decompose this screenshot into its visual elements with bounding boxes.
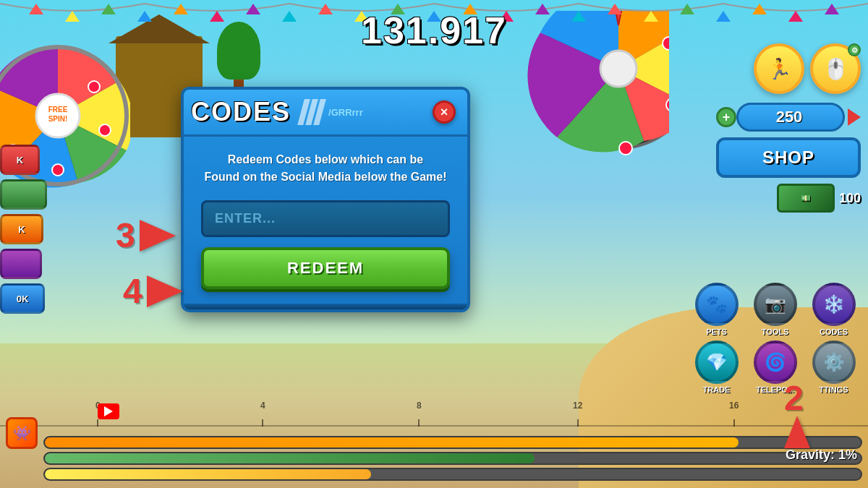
ruler-tick-4 — [262, 419, 263, 427]
progress-fill-2 — [45, 453, 535, 463]
teleport-icon-circle: 🌀 — [754, 341, 797, 384]
ruler-mark-8: 8 — [417, 401, 422, 427]
settings-label: TTINGS — [819, 385, 848, 394]
score-display: 131.917 — [361, 9, 507, 52]
arrow-4: 4 — [123, 271, 183, 311]
progress-track-2 — [43, 452, 862, 465]
svg-marker-1 — [65, 11, 80, 22]
right-panel: 🏃 🖱️ ⚙ + 250 SHOP 💵 100 — [716, 43, 861, 213]
arrow-3: 3 — [116, 215, 176, 255]
pets-icon-circle: 🐾 — [695, 283, 739, 326]
currency-arrow[interactable] — [848, 108, 861, 126]
svg-point-35 — [663, 37, 669, 50]
tools-label: TOOLS — [762, 328, 789, 336]
pets-label: PETS — [706, 328, 727, 336]
sidebar-btn-3[interactable]: K — [0, 214, 43, 244]
modal-title-area: CODES /GRRrrr — [191, 97, 363, 127]
cash-area: 💵 100 — [716, 184, 861, 213]
progress-bars — [0, 430, 868, 488]
close-button[interactable]: × — [433, 100, 456, 124]
progress-fill-1 — [45, 437, 739, 448]
trade-label: TRADE — [703, 385, 731, 394]
arrow-4-number: 4 — [123, 271, 142, 311]
ruler-tick-0 — [97, 419, 98, 427]
sidebar-btn-2[interactable] — [0, 179, 47, 210]
progress-fill-3 — [45, 469, 371, 479]
modal-header: CODES /GRRrrr × — [184, 90, 467, 137]
ruler-mark-12: 12 — [573, 401, 582, 427]
ruler-tick-8 — [418, 419, 420, 427]
settings-icon-circle: ⚙️ — [812, 341, 856, 384]
svg-marker-3 — [137, 11, 152, 22]
cursor-badge: ⚙ — [848, 43, 861, 56]
ruler: 0 4 8 12 16 — [0, 398, 868, 427]
ruler-label-16: 16 — [729, 401, 739, 411]
svg-point-27 — [52, 164, 64, 176]
run-icon-button[interactable]: 🏃 — [754, 43, 804, 94]
currency-bar: 250 — [736, 103, 845, 132]
progress-track-1 — [43, 436, 862, 449]
ruler-mark-4: 4 — [260, 401, 265, 427]
tools-button[interactable]: 📷 TOOLS — [748, 283, 802, 336]
ruler-label-4: 4 — [260, 401, 265, 411]
avatar-area: 👾 — [6, 417, 42, 453]
progress-bar-row-3 — [6, 468, 862, 481]
settings-button[interactable]: ⚙️ TTINGS — [807, 341, 861, 394]
plus-button[interactable]: + — [716, 107, 736, 127]
modal-description: Redeem Codes below which can be Found on… — [201, 151, 450, 186]
ruler-label-8: 8 — [417, 401, 422, 411]
ruler-tick-16 — [733, 419, 735, 427]
progress-bar-row-2 — [6, 452, 862, 465]
arrow-3-shape — [140, 220, 176, 252]
sidebar-btn-1[interactable]: K — [0, 145, 40, 175]
svg-marker-17 — [644, 11, 658, 22]
progress-bar-row-1 — [6, 436, 862, 449]
youtube-icon[interactable] — [98, 403, 119, 419]
shop-button[interactable]: SHOP — [716, 137, 861, 178]
codes-icon-circle: ❄️ — [812, 283, 856, 326]
svg-point-25 — [88, 81, 100, 93]
gravity-text: Gravity: 1% — [786, 448, 857, 463]
svg-marker-5 — [210, 11, 224, 22]
cursor-icon-button[interactable]: 🖱️ ⚙ — [810, 43, 861, 94]
cash-icon: 💵 — [777, 184, 835, 213]
svg-marker-21 — [788, 11, 803, 22]
code-input[interactable] — [201, 200, 450, 237]
redeem-button[interactable]: REDEEM — [201, 247, 450, 289]
modal-footer — [184, 304, 467, 309]
tools-icon-circle: 📷 — [754, 283, 797, 326]
svg-marker-19 — [716, 11, 731, 22]
codes-icon-label: CODES — [820, 328, 848, 336]
bottom-icon-grid: 🐾 PETS 📷 TOOLS ❄️ CODES 💎 TRADE 🌀 TELEPO… — [689, 283, 861, 394]
ruler-tick-12 — [577, 419, 579, 427]
progress-track-3 — [43, 468, 862, 481]
arrow-2: 2 — [784, 381, 810, 448]
cash-amount: 100 — [835, 191, 861, 206]
trade-icon-circle: 💎 — [695, 341, 739, 384]
currency-amount: 250 — [776, 108, 803, 127]
arrow-2-shape — [784, 416, 810, 448]
avatar: 👾 — [6, 417, 38, 449]
svg-marker-7 — [282, 11, 297, 22]
trade-button[interactable]: 💎 TRADE — [689, 341, 744, 394]
sidebar-btn-4[interactable] — [0, 249, 42, 279]
modal-subtitle: /GRRrrr — [328, 107, 363, 118]
modal-title: CODES — [191, 97, 291, 127]
ruler-label-12: 12 — [573, 401, 582, 411]
ruler-mark-16: 16 — [729, 401, 739, 427]
yt-play-triangle — [104, 406, 113, 416]
left-sidebar: K K 0K — [0, 145, 47, 314]
svg-text:SPIN!: SPIN! — [48, 115, 68, 123]
modal-body: Redeem Codes below which can be Found on… — [184, 137, 467, 304]
codes-button[interactable]: ❄️ CODES — [807, 283, 861, 336]
arrow-3-number: 3 — [116, 215, 135, 255]
svg-marker-15 — [571, 11, 586, 22]
pets-button[interactable]: 🐾 PETS — [689, 283, 744, 336]
modal-accent — [301, 99, 323, 125]
currency-row: + 250 — [716, 103, 861, 132]
svg-point-37 — [619, 142, 632, 155]
sidebar-btn-5[interactable]: 0K — [0, 283, 45, 314]
svg-point-34 — [600, 51, 637, 87]
right-spin-wheel[interactable] — [510, 11, 669, 170]
svg-point-26 — [99, 124, 111, 136]
